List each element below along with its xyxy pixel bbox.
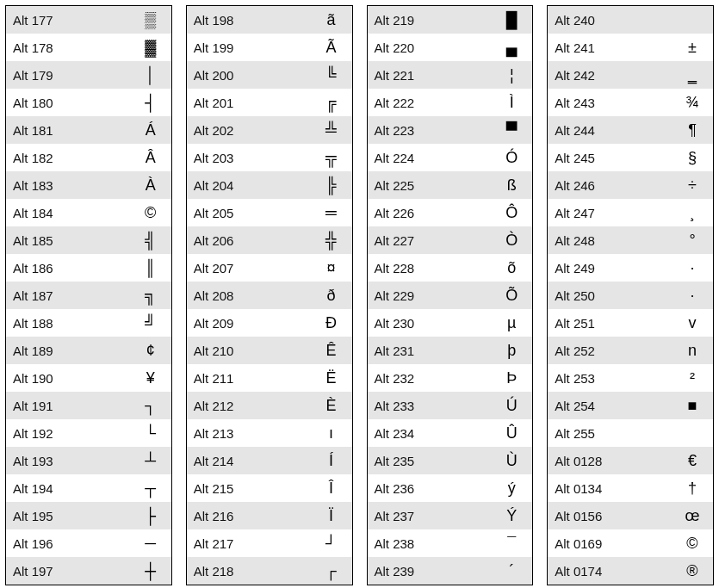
alt-code-char: Ê: [311, 342, 352, 360]
table-row: Alt 208ð: [187, 282, 352, 309]
table-row: Alt 225ß: [368, 171, 533, 199]
alt-code-label: Alt 246: [548, 178, 672, 193]
alt-code-label: Alt 182: [6, 151, 130, 165]
alt-code-char: È: [311, 397, 352, 415]
alt-code-label: Alt 233: [368, 399, 492, 413]
alt-code-label: Alt 255: [548, 426, 672, 441]
table-row: Alt 251v: [548, 309, 713, 337]
table-row: Alt 0128€: [548, 447, 713, 474]
alt-code-label: Alt 244: [548, 123, 672, 138]
alt-code-label: Alt 235: [368, 454, 492, 468]
alt-code-char: Û: [491, 424, 532, 443]
table-row: Alt 214Í: [187, 447, 352, 474]
alt-code-label: Alt 202: [187, 123, 311, 138]
alt-code-char: ║: [130, 259, 171, 277]
alt-code-char: n: [672, 342, 713, 360]
column-2: Alt 198ãAlt 199ÃAlt 200╚Alt 201╔Alt 202╩…: [186, 5, 353, 585]
alt-code-char: ß: [491, 176, 532, 195]
alt-code-label: Alt 209: [187, 316, 311, 331]
alt-code-label: Alt 213: [187, 426, 311, 441]
table-row: Alt 0156œ: [548, 502, 713, 529]
alt-code-label: Alt 214: [187, 454, 311, 468]
alt-code-char: │: [130, 66, 171, 84]
alt-code-label: Alt 197: [6, 564, 130, 579]
table-row: Alt 218┌: [187, 557, 352, 585]
alt-code-label: Alt 215: [187, 481, 311, 496]
table-row: Alt 211Ë: [187, 364, 352, 392]
alt-code-char: ¥: [130, 369, 171, 387]
table-row: Alt 223▀: [368, 116, 533, 144]
table-row: Alt 189¢: [6, 337, 171, 364]
alt-code-char: v: [672, 314, 713, 332]
alt-code-char: §: [672, 149, 713, 167]
alt-code-label: Alt 236: [368, 481, 492, 496]
alt-code-char: Ò: [491, 232, 532, 250]
table-row: Alt 230µ: [368, 309, 533, 337]
alt-code-char: ┘: [311, 535, 352, 553]
alt-code-char: ´: [491, 562, 532, 580]
alt-code-char: Ô: [491, 204, 532, 222]
alt-code-char: ®: [672, 562, 713, 580]
alt-code-char: ╚: [311, 66, 352, 84]
alt-code-label: Alt 222: [368, 96, 492, 110]
table-row: Alt 212È: [187, 392, 352, 419]
alt-code-label: Alt 200: [187, 68, 311, 83]
table-row: Alt 205═: [187, 199, 352, 226]
table-row: Alt 207¤: [187, 254, 352, 282]
alt-code-label: Alt 191: [6, 399, 130, 413]
alt-code-char: ²: [672, 369, 713, 387]
table-row: Alt 178▓: [6, 34, 171, 61]
alt-code-char: À: [130, 176, 171, 195]
alt-code-label: Alt 196: [6, 536, 130, 551]
table-row: Alt 234Û: [368, 419, 533, 447]
alt-code-char: ·: [672, 259, 713, 277]
table-row: Alt 183À: [6, 171, 171, 199]
alt-code-label: Alt 198: [187, 13, 311, 28]
table-row: Alt 177▒: [6, 6, 171, 34]
alt-code-char: ─: [130, 535, 171, 553]
alt-code-char: Ù: [491, 452, 532, 470]
alt-code-char: ═: [311, 204, 352, 222]
table-row: Alt 219█: [368, 6, 533, 34]
alt-code-char: õ: [491, 259, 532, 277]
alt-code-label: Alt 192: [6, 426, 130, 441]
table-row: Alt 185╣: [6, 226, 171, 254]
alt-code-char: ð: [311, 287, 352, 305]
alt-code-char: Ð: [311, 314, 352, 332]
table-row: Alt 242‗: [548, 61, 713, 89]
alt-code-char: ¦: [491, 66, 532, 84]
table-row: Alt 232Þ: [368, 364, 533, 392]
table-row: Alt 249·: [548, 254, 713, 282]
alt-code-char: þ: [491, 342, 532, 360]
alt-code-char: ╩: [311, 121, 352, 139]
table-row: Alt 224Ó: [368, 144, 533, 171]
table-row: Alt 190¥: [6, 364, 171, 392]
alt-code-label: Alt 223: [368, 123, 492, 138]
table-row: Alt 245§: [548, 144, 713, 171]
table-row: Alt 196─: [6, 529, 171, 557]
alt-code-label: Alt 237: [368, 509, 492, 523]
alt-code-label: Alt 239: [368, 564, 492, 579]
alt-code-label: Alt 211: [187, 371, 311, 386]
table-row: Alt 199Ã: [187, 34, 352, 61]
alt-code-char: Ã: [311, 39, 352, 57]
table-row: Alt 220▄: [368, 34, 533, 61]
table-row: Alt 229Õ: [368, 282, 533, 309]
table-row: Alt 233Ú: [368, 392, 533, 419]
alt-code-char: ╦: [311, 149, 352, 167]
table-row: Alt 204╠: [187, 171, 352, 199]
alt-code-label: Alt 0169: [548, 536, 672, 551]
alt-code-label: Alt 216: [187, 509, 311, 523]
alt-code-char: Ú: [491, 397, 532, 415]
table-row: Alt 187╗: [6, 282, 171, 309]
alt-code-char: ▀: [491, 121, 532, 139]
alt-code-label: Alt 190: [6, 371, 130, 386]
alt-code-char: ¤: [311, 259, 352, 277]
alt-code-char: ã: [311, 11, 352, 29]
table-row: Alt 253²: [548, 364, 713, 392]
alt-code-label: Alt 238: [368, 536, 492, 551]
alt-code-label: Alt 234: [368, 426, 492, 441]
table-row: Alt 198ã: [187, 6, 352, 34]
alt-code-char: █: [491, 11, 532, 29]
table-row: Alt 210Ê: [187, 337, 352, 364]
